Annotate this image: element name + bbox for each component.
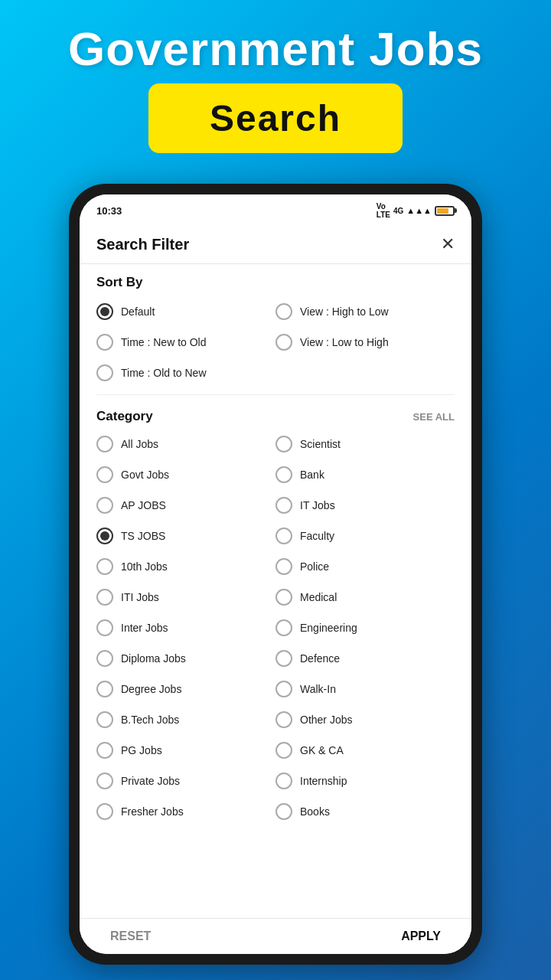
radio-internship: [276, 773, 292, 789]
radio-bank: [276, 466, 292, 483]
category-options-grid: All Jobs Scientist Govt Jobs Bank: [80, 429, 471, 827]
cat-medical[interactable]: Medical: [276, 582, 455, 612]
radio-all-jobs: [96, 436, 113, 452]
cat-walk-in-label: Walk-In: [300, 683, 336, 695]
cat-govt-jobs-label: Govt Jobs: [121, 469, 169, 481]
radio-ts-jobs: [96, 528, 113, 544]
network-icon: VoLTE: [377, 202, 390, 219]
section-divider: [96, 394, 455, 395]
cat-ts-jobs-label: TS JOBS: [121, 530, 165, 542]
category-header: Category SEE ALL: [80, 401, 471, 429]
cat-pg-jobs[interactable]: PG Jobs: [96, 735, 276, 766]
radio-low-high: [276, 334, 292, 351]
radio-it-jobs: [276, 497, 292, 514]
status-icons: VoLTE 4G ▲▲▲: [377, 202, 455, 219]
cat-ap-jobs[interactable]: AP JOBS: [96, 490, 276, 521]
radio-scientist: [276, 436, 292, 452]
4g-icon: 4G: [393, 207, 403, 215]
cat-defence[interactable]: Defence: [276, 643, 455, 674]
app-title: Government Jobs: [15, 21, 536, 76]
search-button[interactable]: Search: [148, 83, 403, 153]
sort-options-grid: Default View : High to Low Time : New to…: [80, 296, 471, 388]
radio-walk-in: [276, 681, 292, 697]
radio-defence: [276, 650, 292, 667]
cat-fresher-jobs-label: Fresher Jobs: [121, 805, 184, 818]
radio-new-old: [96, 334, 113, 351]
sort-default-label: Default: [121, 305, 155, 318]
modal-content: Search Filter ✕ Sort By Default View : H…: [80, 222, 471, 918]
cat-gk-ca-label: GK & CA: [300, 744, 344, 756]
cat-gk-ca[interactable]: GK & CA: [276, 735, 455, 766]
apply-button[interactable]: APPLY: [401, 929, 441, 943]
radio-iti-jobs: [96, 589, 113, 606]
cat-btech-jobs[interactable]: B.Tech Jobs: [96, 704, 276, 735]
cat-iti-jobs[interactable]: ITI Jobs: [96, 582, 276, 612]
cat-internship[interactable]: Internship: [276, 766, 455, 796]
cat-private-jobs-label: Private Jobs: [121, 775, 180, 787]
radio-btech-jobs: [96, 711, 113, 728]
cat-diploma-jobs[interactable]: Diploma Jobs: [96, 643, 276, 674]
modal-header: Search Filter ✕: [80, 222, 471, 264]
phone-screen: 10:33 VoLTE 4G ▲▲▲ Search Filter ✕ Sort …: [80, 194, 471, 954]
sort-option-default[interactable]: Default: [96, 296, 276, 327]
cat-scientist[interactable]: Scientist: [276, 429, 455, 459]
cat-private-jobs[interactable]: Private Jobs: [96, 766, 276, 796]
cat-it-jobs[interactable]: IT Jobs: [276, 490, 455, 521]
cat-inter-jobs[interactable]: Inter Jobs: [96, 612, 276, 643]
cat-all-jobs[interactable]: All Jobs: [96, 429, 276, 459]
sort-option-high-low[interactable]: View : High to Low: [276, 296, 455, 327]
cat-faculty[interactable]: Faculty: [276, 521, 455, 551]
signal-icon: ▲▲▲: [406, 206, 432, 215]
radio-books: [276, 803, 292, 820]
cat-medical-label: Medical: [300, 591, 337, 603]
cat-bank-label: Bank: [300, 469, 324, 481]
radio-old-new: [96, 364, 113, 381]
radio-default: [96, 303, 113, 320]
status-time: 10:33: [96, 205, 122, 217]
radio-engineering: [276, 619, 292, 636]
cat-10th-jobs[interactable]: 10th Jobs: [96, 551, 276, 582]
reset-button[interactable]: RESET: [110, 929, 151, 943]
close-button[interactable]: ✕: [441, 234, 455, 254]
radio-govt-jobs: [96, 466, 113, 483]
cat-bank[interactable]: Bank: [276, 459, 455, 490]
sort-old-new-label: Time : Old to New: [121, 367, 207, 379]
sort-section-label: Sort By: [80, 264, 471, 296]
sort-option-new-old[interactable]: Time : New to Old: [96, 327, 276, 358]
radio-diploma-jobs: [96, 650, 113, 667]
cat-govt-jobs[interactable]: Govt Jobs: [96, 459, 276, 490]
cat-pg-jobs-label: PG Jobs: [121, 744, 162, 756]
cat-inter-jobs-label: Inter Jobs: [121, 622, 168, 634]
cat-ts-jobs[interactable]: TS JOBS: [96, 521, 276, 551]
radio-high-low: [276, 303, 292, 320]
radio-pg-jobs: [96, 742, 113, 759]
cat-other-jobs-label: Other Jobs: [300, 714, 352, 726]
sort-option-old-new[interactable]: Time : Old to New: [96, 358, 276, 388]
cat-police-label: Police: [300, 560, 329, 573]
cat-books[interactable]: Books: [276, 796, 455, 827]
cat-btech-jobs-label: B.Tech Jobs: [121, 714, 179, 726]
radio-inter-jobs: [96, 619, 113, 636]
cat-all-jobs-label: All Jobs: [121, 438, 158, 450]
cat-police[interactable]: Police: [276, 551, 455, 582]
radio-gk-ca: [276, 742, 292, 759]
cat-faculty-label: Faculty: [300, 530, 334, 542]
sort-option-low-high[interactable]: View : Low to High: [276, 327, 455, 358]
cat-it-jobs-label: IT Jobs: [300, 499, 335, 511]
cat-engineering[interactable]: Engineering: [276, 612, 455, 643]
see-all-button[interactable]: SEE ALL: [413, 411, 455, 423]
cat-books-label: Books: [300, 805, 330, 818]
cat-diploma-jobs-label: Diploma Jobs: [121, 652, 186, 665]
cat-other-jobs[interactable]: Other Jobs: [276, 704, 455, 735]
status-bar: 10:33 VoLTE 4G ▲▲▲: [80, 194, 471, 222]
cat-walk-in[interactable]: Walk-In: [276, 674, 455, 704]
modal-title: Search Filter: [96, 236, 189, 253]
sort-new-old-label: Time : New to Old: [121, 336, 207, 348]
radio-degree-jobs: [96, 681, 113, 697]
cat-fresher-jobs[interactable]: Fresher Jobs: [96, 796, 276, 827]
radio-medical: [276, 589, 292, 606]
radio-private-jobs: [96, 773, 113, 789]
cat-engineering-label: Engineering: [300, 622, 357, 634]
radio-police: [276, 558, 292, 575]
cat-degree-jobs[interactable]: Degree Jobs: [96, 674, 276, 704]
